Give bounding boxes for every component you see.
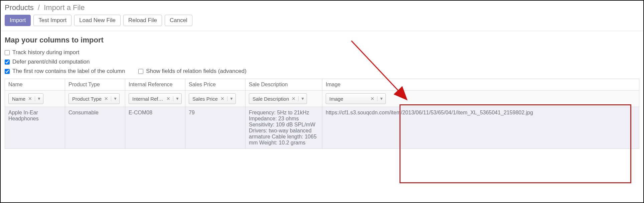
breadcrumb-separator: /: [36, 3, 42, 12]
clear-icon[interactable]: ✕: [368, 96, 377, 101]
reload-file-button[interactable]: Reload File: [123, 15, 162, 26]
first-row-label-checkbox[interactable]: [5, 69, 10, 74]
mapping-table: Name Product Type Internal Reference Sal…: [5, 79, 639, 149]
cancel-button[interactable]: Cancel: [165, 15, 192, 26]
col-header-name: Name: [5, 79, 65, 91]
import-button[interactable]: Import: [5, 15, 31, 26]
divider: [1, 31, 643, 31]
cell-price: 79: [185, 107, 246, 149]
map-select-price[interactable]: Sales Price✕▼: [189, 93, 236, 104]
option-track-history: Track history during import: [5, 48, 639, 57]
map-select-ref[interactable]: Internal Refer...✕▼: [129, 93, 182, 104]
col-header-price: Sales Price: [185, 79, 246, 91]
mapping-row: Name✕▼ Product Type✕▼ Internal Refer...✕…: [5, 91, 639, 107]
load-new-file-button[interactable]: Load New File: [74, 15, 121, 26]
cell-name: Apple In-Ear Headphones: [5, 107, 65, 149]
cell-type: Consumable: [65, 107, 125, 149]
chevron-down-icon[interactable]: ▼: [377, 96, 383, 101]
map-select-desc[interactable]: Sale Description✕▼: [249, 93, 307, 104]
map-select-type[interactable]: Product Type✕▼: [68, 93, 120, 104]
first-row-label-label: The first row contains the label of the …: [12, 68, 125, 75]
col-header-desc: Sale Description: [246, 79, 322, 91]
track-history-label: Track history during import: [12, 49, 79, 56]
breadcrumb: Products / Import a File: [5, 3, 639, 15]
col-header-type: Product Type: [65, 79, 125, 91]
col-header-ref: Internal Reference: [125, 79, 185, 91]
col-header-image: Image: [322, 79, 639, 91]
import-toolbar: Import Test Import Load New File Reload …: [5, 15, 639, 31]
option-defer-parent: Defer parent/child computation: [5, 57, 639, 67]
clear-icon[interactable]: ✕: [102, 96, 111, 101]
chevron-down-icon[interactable]: ▼: [227, 96, 233, 101]
track-history-checkbox[interactable]: [5, 50, 10, 55]
defer-parent-label: Defer parent/child computation: [12, 59, 90, 65]
section-title: Map your columns to import: [5, 36, 639, 48]
chevron-down-icon[interactable]: ▼: [111, 96, 117, 101]
breadcrumb-leaf: Import a File: [44, 3, 85, 12]
cell-ref: E-COM08: [125, 107, 185, 149]
chevron-down-icon[interactable]: ▼: [173, 96, 179, 101]
option-row-3: The first row contains the label of the …: [5, 67, 639, 79]
data-row: Apple In-Ear Headphones Consumable E-COM…: [5, 107, 639, 149]
show-relation-checkbox[interactable]: [138, 69, 143, 74]
clear-icon[interactable]: ✕: [25, 96, 35, 101]
clear-icon[interactable]: ✕: [164, 96, 173, 101]
chevron-down-icon[interactable]: ▼: [298, 96, 305, 101]
cell-image: https://cf1.s3.souqcdn.com/item/2013/06/…: [322, 107, 639, 149]
clear-icon[interactable]: ✕: [218, 96, 227, 101]
header-row: Name Product Type Internal Reference Sal…: [5, 79, 639, 91]
map-select-name[interactable]: Name✕▼: [8, 93, 43, 104]
map-select-image[interactable]: Image✕▼: [326, 93, 386, 104]
test-import-button[interactable]: Test Import: [33, 15, 71, 26]
breadcrumb-root[interactable]: Products: [5, 3, 34, 12]
defer-parent-checkbox[interactable]: [5, 60, 10, 65]
cell-desc: Frequency: 5Hz to 21kHz Impedance: 23 oh…: [246, 107, 322, 149]
chevron-down-icon[interactable]: ▼: [35, 96, 41, 101]
clear-icon[interactable]: ✕: [289, 96, 298, 101]
show-relation-label: Show fields of relation fields (advanced…: [146, 68, 247, 75]
